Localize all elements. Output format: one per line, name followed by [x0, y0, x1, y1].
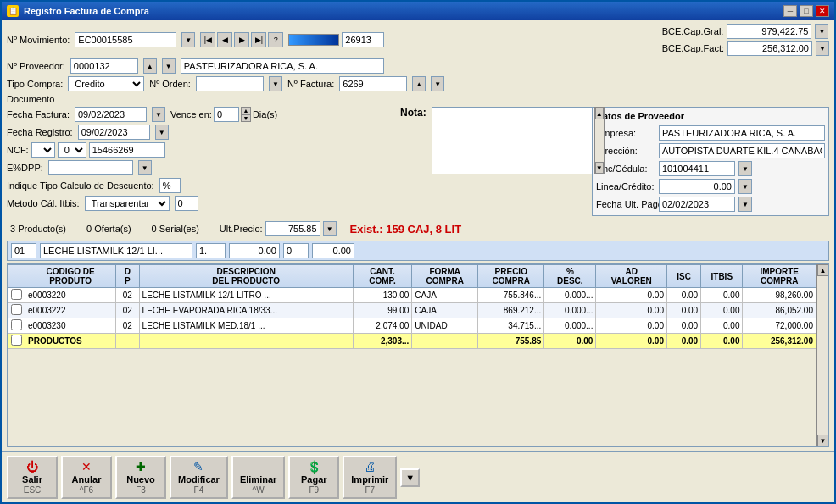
row-check[interactable]: [11, 304, 22, 315]
tipo-compra-select[interactable]: Credito: [68, 76, 144, 91]
proveedor-dropdown1[interactable]: ▲: [143, 58, 157, 74]
nuevo-button[interactable]: ✚ Nuevo F3: [115, 456, 166, 499]
row-forma: CAJA: [412, 303, 478, 318]
edpp-label: E%DPP:: [7, 163, 43, 173]
pagar-key: F9: [309, 485, 319, 495]
fecha-ult-pago-label: Fecha Ult. Pago:: [596, 199, 655, 209]
movimiento-dropdown[interactable]: ▼: [181, 32, 195, 47]
eliminar-key: ^W: [253, 485, 265, 495]
nro-factura-input[interactable]: 6269: [339, 76, 407, 91]
line-cant[interactable]: 1.: [196, 243, 226, 258]
row-indique: Indique Tipo Calculo de Descuento: %: [7, 178, 395, 193]
nuevo-label: Nuevo: [126, 474, 155, 485]
eliminar-button[interactable]: — Eliminar ^W: [231, 456, 285, 499]
nav-last[interactable]: ▶|: [251, 32, 266, 47]
row-check[interactable]: [11, 289, 22, 300]
table-scroll-down[interactable]: ▼: [817, 435, 828, 446]
metodo-num[interactable]: 0: [175, 196, 198, 211]
indique-input[interactable]: %: [159, 178, 181, 193]
summary-forma: [412, 334, 478, 349]
product-bar: 3 Producto(s) 0 Oferta(s) 0 Serial(es) U…: [7, 219, 829, 238]
bce-fact-row: BCE.Cap.Fact: 256,312.00 ▼: [662, 41, 829, 56]
line-product-code[interactable]: LECHE LISTAMILK 12/1 LI...: [40, 243, 192, 258]
edpp-dropdown[interactable]: ▼: [138, 160, 152, 175]
row-documento: Documento: [7, 94, 829, 104]
nro-movimiento-input[interactable]: EC00015585: [75, 32, 176, 47]
summary-ad: 0.00: [596, 334, 667, 349]
fecha-ult-pago-dropdown[interactable]: ▼: [738, 197, 752, 212]
nota-scroll-down[interactable]: ▼: [595, 162, 604, 174]
nro-movimiento-label: Nº Movimiento:: [7, 35, 70, 45]
line-seq[interactable]: 01: [11, 243, 36, 258]
empresa-input[interactable]: PASTEURIZADORA RICA, S. A.: [659, 125, 825, 141]
fecha-factura-input[interactable]: 09/02/2023: [75, 107, 147, 122]
rnc-input[interactable]: 101004411: [659, 161, 735, 176]
row-check[interactable]: [11, 319, 22, 330]
direccion-input[interactable]: AUTOPISTA DUARTE KIL.4 CANABACOA: [659, 143, 825, 158]
ult-precio-dropdown[interactable]: ▼: [323, 221, 337, 236]
bce-gral-dropdown[interactable]: ▼: [815, 24, 828, 39]
nota-area: Nota: ▲ ▼: [400, 107, 587, 216]
summary-check[interactable]: [11, 335, 22, 346]
nro-orden-input[interactable]: [196, 76, 264, 91]
line-precio[interactable]: 0.00: [229, 243, 280, 258]
linea-input[interactable]: 0.00: [659, 179, 735, 194]
ncf-number-input[interactable]: 15466269: [89, 142, 165, 158]
fecha-registro-input[interactable]: 09/02/2023: [78, 125, 150, 140]
rnc-dropdown[interactable]: ▼: [738, 161, 752, 176]
fecha-factura-dropdown[interactable]: ▼: [152, 107, 165, 122]
proveedor-name[interactable]: PASTEURIZADORA RICA, S. A.: [181, 58, 384, 74]
table-scroll-area[interactable]: CODIGO DEPRODUTO DP DESCRIPCIONDEL PRODU…: [8, 264, 816, 446]
fecha-ult-pago-input[interactable]: 02/02/2023: [659, 197, 735, 212]
more-button[interactable]: ▼: [400, 468, 420, 487]
ncf-01-select[interactable]: 01: [58, 142, 86, 158]
orden-dropdown[interactable]: ▼: [269, 76, 282, 91]
vence-en-input[interactable]: 0: [214, 107, 239, 122]
nota-textarea[interactable]: [432, 107, 593, 174]
row-proveedor: Nº Proveedor: 0000132 ▲ ▼ PASTEURIZADORA…: [7, 58, 829, 74]
nota-scroll-up[interactable]: ▲: [595, 108, 604, 119]
nro-proveedor-input[interactable]: 0000132: [70, 58, 138, 74]
page-number[interactable]: 26913: [342, 32, 384, 47]
metodo-select[interactable]: Transparentar: [85, 196, 170, 211]
table-scroll-up[interactable]: ▲: [817, 264, 828, 276]
line-val3[interactable]: 0.00: [312, 243, 354, 258]
nav-prev[interactable]: ◀: [217, 32, 232, 47]
col-descripcion: DESCRIPCIONDEL PRODUCTO: [139, 265, 353, 288]
close-button[interactable]: ✕: [816, 5, 829, 17]
nav-next[interactable]: ▶: [234, 32, 249, 47]
proveedor-dropdown2[interactable]: ▼: [162, 58, 176, 74]
nro-orden-label: Nº Orden:: [149, 79, 191, 89]
imprimir-button[interactable]: 🖨 Imprimir F7: [343, 456, 397, 499]
nav-first[interactable]: |◀: [200, 32, 215, 47]
vence-up[interactable]: ▲: [241, 107, 251, 114]
bce-gral-row: BCE.Cap.Gral: 979,422.75 ▼: [662, 24, 829, 39]
row-dp: 02: [116, 288, 139, 303]
edpp-input[interactable]: [48, 160, 133, 175]
bce-fact-value[interactable]: 256,312.00: [727, 41, 812, 56]
linea-dropdown[interactable]: ▼: [738, 179, 752, 194]
salir-button[interactable]: ⏻ Salir ESC: [7, 456, 58, 499]
line-val2[interactable]: 0: [283, 243, 309, 258]
provider-panel: Datos de Proveedor Empresa: PASTEURIZADO…: [592, 107, 829, 216]
rp-linea: Linea/Crédito: 0.00 ▼: [596, 179, 825, 194]
anular-button[interactable]: ✕ Anular ^F6: [61, 456, 112, 499]
factura-dropdown1[interactable]: ▲: [412, 76, 426, 91]
nav-help[interactable]: ?: [268, 32, 283, 47]
ncf-b-select[interactable]: B: [31, 142, 55, 158]
bce-gral-value[interactable]: 979,422.75: [727, 24, 811, 39]
fecha-registro-dropdown[interactable]: ▼: [155, 125, 169, 140]
ult-precio-input[interactable]: 755.85: [265, 221, 320, 236]
row-forma: CAJA: [412, 288, 478, 303]
minimize-button[interactable]: ─: [783, 5, 797, 17]
factura-dropdown2[interactable]: ▼: [431, 76, 444, 91]
maximize-button[interactable]: □: [800, 5, 813, 17]
linea-label: Linea/Crédito:: [596, 181, 655, 191]
pagar-button[interactable]: 💲 Pagar F9: [288, 456, 339, 499]
vence-down[interactable]: ▼: [241, 114, 251, 122]
row-precio: 755.846...: [478, 288, 544, 303]
modificar-button[interactable]: ✎ Modificar F4: [170, 456, 228, 499]
table-summary-row: PRODUCTOS 2,303... 755.85 0.00 0.00 0.00…: [8, 334, 816, 349]
bce-fact-dropdown[interactable]: ▼: [816, 41, 829, 56]
metodo-label: Metodo Cál. Itbis:: [7, 198, 80, 208]
